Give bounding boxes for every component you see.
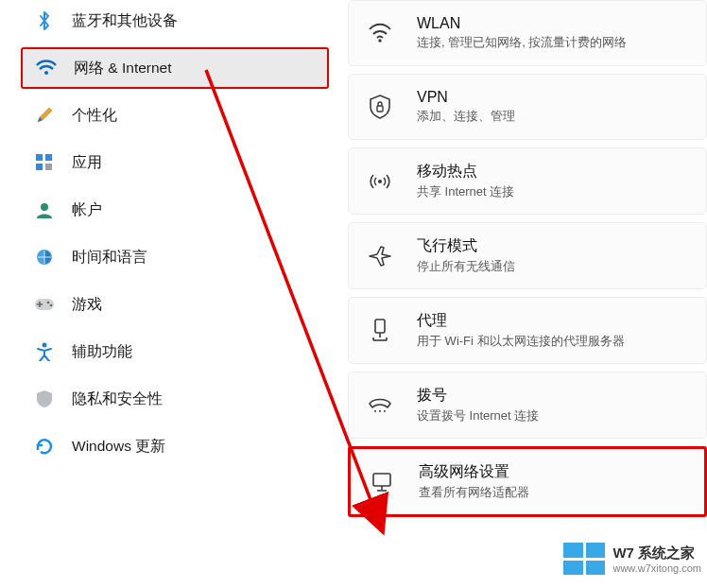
panel-item-wlan[interactable]: WLAN 连接, 管理已知网络, 按流量计费的网络 (348, 0, 707, 66)
wifi-icon (366, 19, 394, 47)
svg-point-10 (43, 343, 47, 348)
panel-item-proxy[interactable]: 代理 用于 Wi-Fi 和以太网连接的代理服务器 (348, 297, 707, 364)
watermark: W7 系统之家 www.w7xitong.com (563, 543, 701, 575)
panel-item-advanced[interactable]: 高级网络设置 查看所有网络适配器 (348, 446, 707, 517)
accessibility-icon (34, 341, 55, 362)
panel-subtitle: 停止所有无线通信 (417, 258, 515, 275)
phone-icon (366, 391, 394, 420)
sidebar-item-accounts[interactable]: 帐户 (21, 189, 329, 231)
panel-item-hotspot[interactable]: 移动热点 共享 Internet 连接 (348, 147, 707, 215)
panel-title: VPN (417, 89, 515, 106)
panel-title: WLAN (417, 15, 627, 32)
sidebar-item-personalize[interactable]: 个性化 (21, 95, 329, 136)
account-icon (34, 199, 55, 220)
apps-icon (34, 152, 55, 173)
panel-subtitle: 共享 Internet 连接 (417, 183, 514, 200)
panel-item-airplane[interactable]: 飞行模式 停止所有无线通信 (348, 222, 707, 289)
brush-icon (34, 105, 55, 126)
sidebar-item-label: 帐户 (72, 200, 102, 220)
svg-rect-3 (36, 164, 43, 170)
panel-title: 移动热点 (417, 162, 514, 182)
svg-point-16 (379, 410, 381, 412)
sidebar-item-gaming[interactable]: 游戏 (21, 284, 329, 325)
shield-icon (34, 389, 55, 409)
panel-subtitle: 查看所有网络适配器 (419, 484, 529, 501)
svg-rect-4 (45, 164, 52, 170)
panel-item-dialup[interactable]: 拨号 设置拨号 Internet 连接 (348, 372, 707, 439)
watermark-url: www.w7xitong.com (612, 562, 701, 574)
sidebar-item-label: 隐私和安全性 (72, 389, 163, 409)
sidebar-item-label: 辅助功能 (72, 342, 132, 362)
svg-rect-12 (377, 106, 383, 112)
sidebar-item-label: Windows 更新 (72, 437, 165, 457)
sidebar-item-label: 蓝牙和其他设备 (72, 11, 178, 31)
sidebar-item-privacy[interactable]: 隐私和安全性 (21, 378, 329, 420)
settings-sidebar: 蓝牙和其他设备 网络 & Internet 个性化 应用 帐户 (0, 0, 340, 588)
panel-subtitle: 用于 Wi-Fi 和以太网连接的代理服务器 (417, 333, 625, 350)
sidebar-item-bluetooth[interactable]: 蓝牙和其他设备 (21, 0, 329, 42)
hotspot-icon (366, 167, 394, 196)
svg-point-8 (47, 302, 50, 304)
panel-item-vpn[interactable]: VPN 添加、连接、管理 (348, 74, 707, 140)
panel-title: 飞行模式 (417, 236, 515, 256)
bluetooth-icon (34, 10, 55, 31)
sidebar-item-label: 网络 & Internet (74, 59, 172, 78)
panel-subtitle: 添加、连接、管理 (417, 108, 515, 125)
sidebar-item-label: 时间和语言 (72, 248, 147, 268)
windows-logo-icon (563, 543, 605, 575)
wifi-icon (36, 58, 57, 78)
update-icon (34, 436, 55, 457)
panel-subtitle: 连接, 管理已知网络, 按流量计费的网络 (417, 34, 627, 51)
sidebar-item-network[interactable]: 网络 & Internet (21, 47, 329, 89)
gamepad-icon (34, 294, 55, 315)
settings-main: WLAN 连接, 管理已知网络, 按流量计费的网络 VPN 添加、连接、管理 移… (340, 0, 707, 588)
panel-title: 拨号 (417, 386, 539, 406)
svg-rect-14 (375, 320, 385, 333)
svg-point-13 (378, 180, 382, 183)
airplane-icon (366, 242, 394, 270)
sidebar-item-update[interactable]: Windows 更新 (21, 425, 329, 467)
lock-shield-icon (366, 93, 394, 121)
svg-point-0 (44, 71, 48, 75)
svg-rect-2 (45, 154, 52, 161)
svg-point-17 (384, 410, 386, 412)
watermark-title: W7 系统之家 (612, 545, 701, 562)
svg-point-15 (374, 410, 376, 412)
panel-title: 代理 (417, 311, 625, 331)
sidebar-item-label: 个性化 (72, 106, 117, 126)
monitor-icon (368, 468, 396, 496)
sidebar-item-time[interactable]: 时间和语言 (21, 236, 329, 278)
sidebar-item-apps[interactable]: 应用 (21, 142, 329, 183)
globe-clock-icon (34, 247, 55, 268)
proxy-icon (366, 317, 394, 345)
svg-point-5 (41, 203, 48, 211)
panel-subtitle: 设置拨号 Internet 连接 (417, 407, 539, 424)
panel-title: 高级网络设置 (419, 462, 529, 482)
svg-point-9 (50, 304, 53, 307)
sidebar-item-accessibility[interactable]: 辅助功能 (21, 331, 329, 372)
svg-rect-18 (373, 474, 390, 486)
svg-point-11 (378, 39, 381, 42)
svg-rect-1 (36, 154, 43, 161)
sidebar-item-label: 游戏 (72, 295, 102, 315)
sidebar-item-label: 应用 (72, 153, 102, 173)
